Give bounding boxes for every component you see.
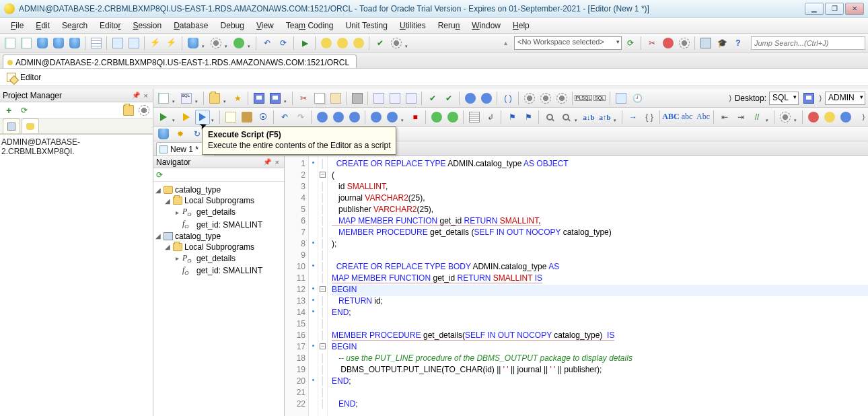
menu-file[interactable]: File	[5, 19, 29, 32]
minimize-button[interactable]	[805, 3, 824, 15]
tb-tree2[interactable]	[126, 36, 141, 50]
menu-debug[interactable]: Debug	[215, 19, 250, 32]
tree-twisty[interactable]: ◢	[155, 232, 161, 240]
tb-db1[interactable]	[35, 36, 50, 50]
menu-teamcoding[interactable]: Team Coding	[281, 19, 339, 32]
tb-box2[interactable]	[335, 36, 350, 50]
aux-1[interactable]	[156, 127, 171, 141]
etb-plsql[interactable]: PLSQL	[576, 91, 591, 106]
etb2-ab2[interactable]: a↑b	[598, 110, 612, 125]
tb-session[interactable]	[186, 36, 201, 50]
etb-save[interactable]	[252, 91, 266, 106]
nav-refresh-icon[interactable]: ⟳	[156, 170, 163, 180]
etb2-ab1[interactable]: a↓b	[581, 110, 596, 125]
menu-search[interactable]: Search	[57, 19, 93, 32]
source-text[interactable]: CREATE OR REPLACE TYPE ADMIN.catalog_typ…	[328, 156, 868, 416]
tb-flash[interactable]: ⚡	[148, 36, 163, 50]
tb-sess2[interactable]	[209, 36, 223, 50]
desktop-save[interactable]	[801, 91, 816, 106]
etb2-ABC[interactable]: ABC	[663, 110, 678, 125]
pm-gear-button[interactable]	[137, 104, 151, 117]
etb2-nodes[interactable]: ⦿	[256, 110, 270, 125]
etb-chk1[interactable]: ✔	[425, 91, 440, 106]
etb2-x2[interactable]	[822, 110, 837, 125]
tb-db3[interactable]	[67, 36, 82, 50]
tb-del[interactable]	[661, 36, 676, 50]
etb-sqlbtn[interactable]: SQL	[592, 91, 607, 106]
etb2-format[interactable]	[240, 110, 254, 125]
etb-new[interactable]	[156, 91, 171, 106]
etb-tree[interactable]	[614, 91, 628, 106]
pm-add-button[interactable]: +	[2, 104, 15, 117]
tb-db2[interactable]	[51, 36, 66, 50]
etb-saveas[interactable]	[268, 91, 283, 106]
user-combo[interactable]: ADMIN	[825, 92, 865, 105]
etb2-find[interactable]	[542, 110, 557, 125]
etb2-bm2[interactable]: ⚑	[521, 110, 536, 125]
tb-box3[interactable]	[351, 36, 366, 50]
etb2-pair[interactable]: { }	[642, 110, 657, 125]
pm-tab-2[interactable]	[22, 118, 39, 133]
tree-twisty[interactable]: ◢	[164, 243, 171, 250]
etb2-d[interactable]	[369, 110, 384, 125]
etb2-x3[interactable]	[838, 110, 853, 125]
etb2-c[interactable]	[347, 110, 362, 125]
nav-node[interactable]: fOget_id: SMALLINT	[155, 265, 283, 277]
etb2-goto[interactable]: →	[626, 110, 641, 125]
menu-rerun[interactable]: Rerun	[433, 19, 466, 32]
nav-node[interactable]: ◢Local Subprograms	[155, 242, 283, 252]
etb-grid3[interactable]	[404, 91, 419, 106]
nav-pin-icon[interactable]: 📌	[261, 158, 273, 166]
pm-tree[interactable]: ADMIN@DATABASE-2.CRBMLBXMP8QI.	[0, 135, 153, 416]
etb-paste[interactable]	[328, 91, 343, 106]
etb2-indent[interactable]: ⇥	[733, 110, 748, 125]
etb-print[interactable]	[350, 91, 365, 106]
etb2-explain[interactable]	[223, 110, 238, 125]
etb-fav[interactable]: ★	[230, 91, 245, 106]
tb-redo[interactable]: ⟳	[276, 36, 291, 50]
run-cursor-button[interactable]	[179, 110, 194, 125]
menu-window[interactable]: Window	[466, 19, 506, 32]
etb2-more[interactable]	[778, 110, 793, 125]
etb-t1[interactable]	[522, 91, 537, 106]
pm-refresh-button[interactable]: ⟳	[17, 104, 31, 117]
tb-cut[interactable]: ✂	[645, 36, 659, 50]
tree-twisty[interactable]: ▸	[174, 254, 180, 262]
tb-help[interactable]: ?	[731, 36, 746, 50]
etb-clock[interactable]: 🕘	[630, 91, 645, 106]
tb-tree[interactable]	[110, 36, 125, 50]
nav-node[interactable]: ▸POget_details	[155, 206, 283, 218]
etb2-x1[interactable]	[806, 110, 821, 125]
nav-close-icon[interactable]: ×	[273, 158, 281, 166]
pm-close-icon[interactable]: ×	[142, 92, 150, 100]
menu-unittesting[interactable]: Unit Testing	[340, 19, 392, 32]
tb-sheet1[interactable]	[3, 36, 17, 50]
nav-node[interactable]: ◢Local Subprograms	[155, 195, 283, 206]
etb2-redo[interactable]: ↷	[293, 110, 308, 125]
etb2-wrap[interactable]: ↲	[483, 110, 498, 125]
etb-sql[interactable]: SQL	[179, 91, 194, 106]
etb-t3[interactable]	[554, 91, 569, 106]
etb2-outdent[interactable]: ⇤	[717, 110, 732, 125]
tree-twisty[interactable]: ◢	[164, 197, 171, 205]
etb2-e[interactable]	[385, 110, 400, 125]
etb2-a[interactable]	[315, 110, 330, 125]
nav-node[interactable]: ◢catalog_type	[155, 231, 283, 242]
code-editor[interactable]: 12345678910111213141516171819202122 ••••…	[285, 156, 868, 416]
etb-copy[interactable]	[312, 91, 327, 106]
tb-opts[interactable]	[389, 36, 404, 50]
tb-monitor[interactable]	[698, 36, 713, 50]
aux-2[interactable]: ✸	[173, 127, 188, 141]
etb2-abc[interactable]: abc	[680, 110, 694, 125]
menu-edit[interactable]: Edit	[30, 19, 55, 32]
etb-t2[interactable]	[538, 91, 553, 106]
pm-tab-1[interactable]	[3, 118, 20, 133]
tb-check[interactable]: ✔	[373, 36, 388, 50]
etb2-ball2[interactable]	[445, 110, 460, 125]
tb-undo[interactable]: ↶	[260, 36, 275, 50]
tb-hat[interactable]: 🎓	[715, 36, 729, 50]
tb-gear2[interactable]	[677, 36, 692, 50]
tb-sheet2[interactable]	[19, 36, 34, 50]
pm-filter-button[interactable]	[122, 104, 135, 117]
tb-box1[interactable]	[319, 36, 334, 50]
